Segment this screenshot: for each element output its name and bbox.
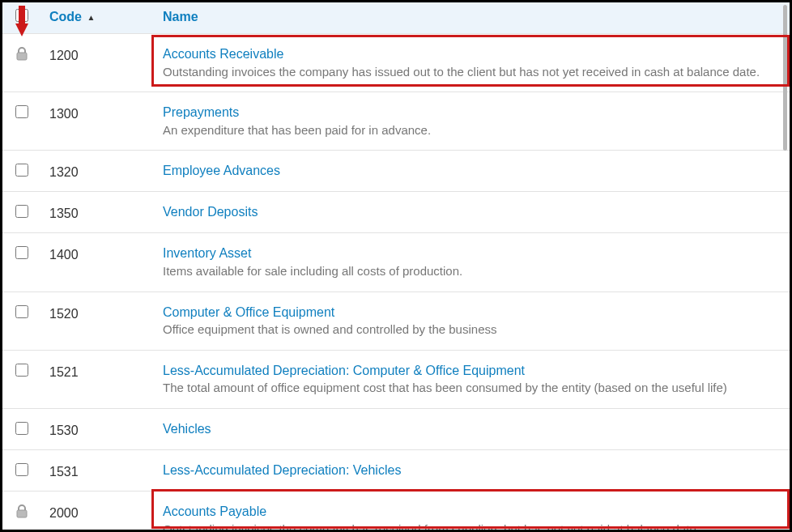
row-code: 2000 [41,491,155,532]
row-name-cell: Accounts ReceivableOutstanding invoices … [155,34,790,92]
row-code: 1320 [41,151,155,192]
table-header-row: Code ▲ Name [2,2,790,34]
row-code: 1531 [41,449,155,491]
lock-icon [15,504,28,519]
row-name-cell: Less-Accumulated Depreciation: Vehicles [155,449,790,491]
svg-rect-1 [17,510,27,517]
account-link[interactable]: Computer & Office Equipment [163,304,334,321]
account-link[interactable]: Accounts Payable [163,503,266,521]
table-row: 1200Accounts ReceivableOutstanding invoi… [2,34,790,92]
row-checkbox[interactable] [15,305,28,318]
account-link[interactable]: Prepayments [163,104,239,121]
header-select-all [2,2,41,34]
row-name-cell: Computer & Office EquipmentOffice equipm… [155,292,790,350]
header-code-label: Code [49,10,82,23]
sort-asc-icon: ▲ [87,13,95,22]
row-checkbox[interactable] [15,105,28,118]
lock-icon [15,47,28,62]
account-description: Items available for sale including all c… [163,264,462,278]
header-name[interactable]: Name [155,2,790,34]
header-code[interactable]: Code ▲ [41,2,155,34]
account-link[interactable]: Accounts Receivable [163,45,283,63]
table-row: 1350Vendor Deposits [2,192,790,233]
account-link[interactable]: Vendor Deposits [163,203,258,221]
row-name-cell: Inventory AssetItems available for sale … [155,233,790,292]
account-link[interactable]: Vehicles [163,420,211,438]
table-row: 1300PrepaymentsAn expenditure that has b… [2,92,790,151]
row-name-cell: PrepaymentsAn expenditure that has been … [155,92,790,151]
row-checkbox[interactable] [15,422,28,435]
row-checkbox[interactable] [15,205,28,218]
accounts-table-wrap: Code ▲ Name 1200Accounts ReceivableOutst… [2,2,790,532]
account-description: The total amount of office equipment cos… [163,381,727,394]
table-row: 1530Vehicles [2,408,790,449]
row-checkbox[interactable] [15,246,28,259]
row-name-cell: Employee Advances [155,151,790,192]
row-code: 1350 [41,192,155,233]
row-code: 1300 [41,92,155,151]
row-name-cell: Vendor Deposits [155,192,790,233]
table-row: 1400Inventory AssetItems available for s… [2,233,790,292]
row-code: 1530 [41,408,155,449]
accounts-table: Code ▲ Name 1200Accounts ReceivableOutst… [2,2,790,532]
row-name-cell: Less-Accumulated Depreciation: Computer … [155,350,790,408]
account-link[interactable]: Less-Accumulated Depreciation: Computer … [163,362,525,380]
header-name-label: Name [163,10,198,23]
account-link[interactable]: Inventory Asset [163,245,251,262]
row-code: 1200 [41,34,155,92]
row-code: 1521 [41,350,155,408]
svg-rect-0 [17,53,27,60]
table-row: 1531Less-Accumulated Depreciation: Vehic… [2,449,790,491]
row-checkbox[interactable] [15,364,28,377]
row-name-cell: Vehicles [155,408,790,449]
account-description: Outstanding invoices the company has rec… [163,522,696,532]
select-all-checkbox[interactable] [15,9,28,22]
row-code: 1520 [41,292,155,350]
table-row: 2000Accounts PayableOutstanding invoices… [2,491,790,532]
row-code: 1400 [41,233,155,292]
account-description: Office equipment that is owned and contr… [163,322,496,336]
account-description: An expenditure that has been paid for in… [163,123,431,137]
account-link[interactable]: Employee Advances [163,162,280,180]
row-checkbox[interactable] [15,463,28,476]
table-row: 1320Employee Advances [2,151,790,192]
table-row: 1520Computer & Office EquipmentOffice eq… [2,292,790,350]
row-checkbox[interactable] [15,164,28,177]
account-description: Outstanding invoices the company has iss… [163,65,760,79]
scrollbar[interactable] [783,5,787,151]
account-link[interactable]: Less-Accumulated Depreciation: Vehicles [163,462,401,479]
row-name-cell: Accounts PayableOutstanding invoices the… [155,491,790,532]
table-row: 1521Less-Accumulated Depreciation: Compu… [2,350,790,408]
